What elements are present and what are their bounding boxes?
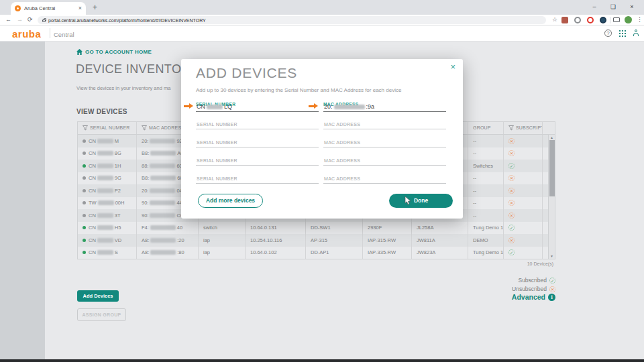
cell-serial: CNS [78,247,137,259]
aruba-logo: aruba [12,28,41,40]
redacted-serial [97,188,113,193]
product-name: Central [54,31,74,38]
subscription-icon: ✕ [508,213,515,219]
status-dot-icon [83,239,86,242]
serial-number-input-4[interactable]: SERIAL NUMBER [196,156,319,166]
table-row[interactable]: CNS A8::80 iap 10.64.0.102 DD-AP1 IAP-33… [78,247,555,259]
cell-type: switch [199,222,246,235]
cell-type: iap [199,247,246,259]
mac-address-input-4[interactable]: MAC ADDRESS [323,156,446,166]
table-scrollbar[interactable]: ▲ ▼ [548,135,555,259]
cell-mac: F4:40 [137,222,199,235]
forward-icon[interactable]: → [17,16,23,23]
mac-address-input-3[interactable]: MAC ADDRESS [323,137,446,147]
table-row[interactable]: CNH5 F4:40 switch 10.64.0.131 DD-SW1 293… [78,222,555,235]
serial-pointer-arrow-icon [184,103,194,109]
cell-subscription: ✕ [504,135,543,147]
header-spacer [543,122,548,134]
status-dot-icon [83,251,86,254]
status-dot-icon [83,189,86,192]
device-count: 10 Device(s) [77,261,553,266]
cell-group: -- [468,184,504,197]
serial-number-input-3[interactable]: SERIAL NUMBER [196,137,319,147]
scrollbar-thumb[interactable] [549,140,555,196]
user-icon[interactable] [633,29,640,37]
apps-grid-icon[interactable] [619,29,626,37]
modal-title: ADD DEVICES [196,65,297,81]
redacted-mac [150,164,175,168]
scroll-up-icon[interactable]: ▲ [549,135,555,139]
window-close-button[interactable]: × [623,0,641,15]
cell-serial: CN3T [78,209,137,222]
mac-address-input-2[interactable]: MAC ADDRESS [323,119,446,129]
advanced-label[interactable]: Advanced [512,293,545,301]
go-to-account-home-link[interactable]: GO TO ACCOUNT HOME [76,49,152,55]
redacted-serial [97,176,113,180]
window-minimize-button[interactable]: – [585,0,604,15]
subscription-icon: ✓ [508,225,515,231]
cell-subscription: ✕ [504,147,543,160]
tab-close-icon[interactable]: × [78,5,82,11]
cell-subscription: ✕ [504,234,543,247]
cell-serial: TW00H [78,197,137,210]
scroll-down-icon[interactable]: ▼ [549,254,555,258]
cell-spacer [543,234,548,247]
redacted-serial [97,238,113,243]
info-icon[interactable]: i [548,294,555,301]
cell-group: -- [468,147,504,160]
add-more-devices-button[interactable]: Add more devices [198,194,263,208]
profile-avatar[interactable] [625,16,632,23]
subscription-icon: ✕ [508,175,515,181]
serial-number-input-1[interactable]: CNLQ [196,102,319,112]
filter-icon [142,125,147,131]
url-text: portal.central.arubanetworks.com/platfor… [48,18,206,23]
cell-group: -- [468,197,504,210]
pdf-extension-icon[interactable] [561,17,568,23]
redacted-serial [97,164,113,168]
cell-subscription: ✓ [504,160,543,172]
browser-menu-icon[interactable]: ⋮ [637,16,643,23]
cell-sku: JW811A [412,234,468,247]
header-group[interactable]: GROUP [468,122,504,134]
mac-address-input-5[interactable]: MAC ADDRESS [323,174,446,184]
help-icon[interactable]: ? [604,29,612,37]
address-bar[interactable]: portal.central.arubanetworks.com/platfor… [38,16,546,24]
cell-serial: CN9G [78,172,137,185]
cell-ip: 10.64.0.102 [246,247,306,259]
status-dot-icon [83,139,86,143]
home-icon [76,49,83,55]
assign-group-button-disabled: ASSIGN GROUP [77,308,126,321]
cell-serial: CNVD [78,234,137,247]
add-devices-button[interactable]: Add Devices [77,290,119,302]
extension-icon[interactable] [574,17,581,23]
cell-sku: JL258A [412,222,468,235]
back-icon[interactable]: ← [5,16,11,23]
header-subscription[interactable]: SUBSCRIPTI ≡ [504,122,543,134]
extension-icon[interactable] [587,17,594,23]
cell-group: -- [468,135,504,147]
redacted-mac [150,225,176,230]
cell-type: iap [199,234,246,247]
redacted-mac [150,238,176,243]
modal-close-icon[interactable]: × [450,62,455,71]
window-maximize-button[interactable]: ❏ [604,0,623,15]
home-link-label: GO TO ACCOUNT HOME [85,49,152,55]
cell-spacer [543,160,548,172]
cell-subscription: ✕ [504,197,543,210]
header-serial-number[interactable]: SERIAL NUMBER [78,122,137,134]
extension-icon[interactable] [600,17,606,23]
mac-pointer-arrow-icon [309,103,319,109]
cast-icon[interactable] [613,17,620,22]
serial-number-input-2[interactable]: SERIAL NUMBER [196,119,319,129]
table-row[interactable]: CNVD A8::20 iap 10.254.10.116 AP-315 IAP… [78,234,555,247]
bookmark-star-icon[interactable]: ☆ [552,16,557,23]
cell-spacer [543,209,548,222]
serial-number-input-5[interactable]: SERIAL NUMBER [196,174,319,184]
done-button[interactable]: Done [389,194,453,208]
status-dot-icon [83,152,86,155]
browser-tab[interactable]: Aruba Central × [11,2,86,15]
mac-address-input-1[interactable]: 20::9a [323,102,446,112]
reload-icon[interactable]: ⟳ [28,16,33,23]
new-tab-button[interactable]: + [93,3,97,12]
page-title: DEVICE INVENTORY [76,62,199,76]
